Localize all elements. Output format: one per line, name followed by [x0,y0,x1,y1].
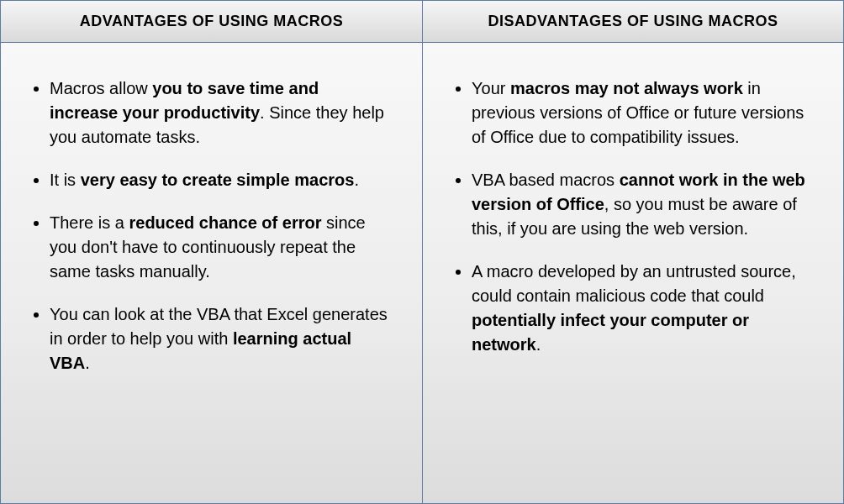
advantages-body: Macros allow you to save time and increa… [1,43,422,503]
text-run: A macro developed by an untrusted source… [472,262,796,305]
list-item: VBA based macros cannot work in the web … [472,168,818,241]
advantages-list: Macros allow you to save time and increa… [26,76,397,375]
text-run: VBA based macros [472,171,620,189]
text-run: Macros allow [50,79,152,97]
disadvantages-column: DISADVANTAGES OF USING MACROS Your macro… [422,1,843,503]
advantages-column: ADVANTAGES OF USING MACROS Macros allow … [1,1,422,503]
list-item: Your macros may not always work in previ… [472,76,818,150]
comparison-table: ADVANTAGES OF USING MACROS Macros allow … [0,0,844,504]
list-item: Macros allow you to save time and increa… [50,76,397,150]
list-item: You can look at the VBA that Excel gener… [50,302,397,375]
bold-text: reduced chance of error [129,213,321,232]
bold-text: potentially infect your computer or netw… [472,311,749,354]
bold-text: macros may not always work [510,79,743,97]
bold-text: very easy to create simple macros [81,171,355,189]
text-run: . [85,354,90,372]
disadvantages-body: Your macros may not always work in previ… [423,43,843,503]
text-run: . [536,335,541,354]
list-item: There is a reduced chance of error since… [50,211,397,284]
advantages-header-text: ADVANTAGES OF USING MACROS [80,13,343,30]
list-item: It is very easy to create simple macros. [50,168,397,192]
text-run: . [354,171,359,189]
text-run: It is [50,171,81,189]
disadvantages-header: DISADVANTAGES OF USING MACROS [423,1,843,43]
disadvantages-header-text: DISADVANTAGES OF USING MACROS [488,13,778,30]
disadvantages-list: Your macros may not always work in previ… [448,76,818,357]
advantages-header: ADVANTAGES OF USING MACROS [1,1,422,43]
text-run: There is a [50,213,129,232]
text-run: Your [472,79,510,97]
list-item: A macro developed by an untrusted source… [472,260,818,357]
